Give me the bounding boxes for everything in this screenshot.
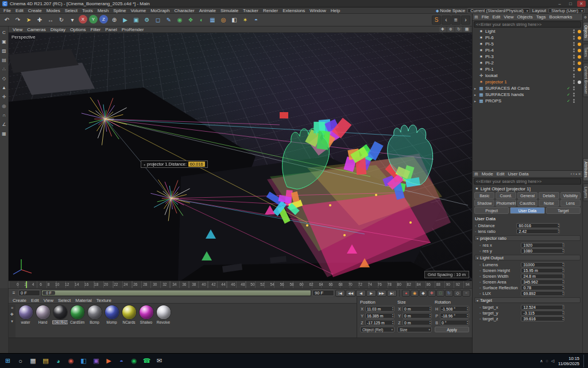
layout-dropdown[interactable]: Startup (User) [548,8,585,13]
prev-frame-button[interactable]: ◀ [356,290,366,297]
materials-add-icon[interactable]: ✚ [10,312,14,317]
field-input[interactable]: 69.892 [521,291,564,296]
object-name[interactable]: PI-3 [485,54,567,59]
field-handle-icon[interactable] [479,316,481,321]
apply-button[interactable]: Apply [435,327,469,332]
zoom-view-icon[interactable]: ⊕ [447,26,454,32]
visibility-toggles[interactable] [571,36,576,40]
coordinate-input[interactable]: 0 m [403,313,432,319]
tray-network-icon[interactable]: ◌ [546,359,548,363]
attribute-tab[interactable]: Project [474,207,509,214]
object-tag-icon[interactable] [578,30,581,33]
close-button[interactable]: ✕ [577,1,586,7]
current-frame-knob[interactable]: 0 F [42,291,55,295]
object-manager-menu-item[interactable]: Objects [516,14,535,20]
transform-mode-dropdown[interactable]: Object (Rel) [360,327,394,332]
material-preview-sphere[interactable] [71,305,84,319]
next-frame-button[interactable]: ▶▶ [377,290,386,297]
edge-icon[interactable]: ◕ [53,355,64,366]
menu-item[interactable]: Modes [44,8,63,13]
stepper-arrows[interactable] [562,316,563,321]
keyframe-selection-button[interactable]: ◆ [419,290,427,297]
group-header-projector-ratio[interactable]: projector ratio [474,235,581,241]
rotate-tool-icon[interactable]: ↻ [56,15,67,25]
field-handle-icon[interactable] [479,248,481,254]
field-handle-icon[interactable] [479,268,481,273]
material-menu-item[interactable]: View [41,297,56,304]
object-tag-icon[interactable] [578,68,581,71]
spotify-icon[interactable]: ◉ [129,355,140,366]
viewport-menu-item[interactable]: Cameras [25,26,48,33]
attribute-tab[interactable]: General [517,192,537,199]
object-tag-icon[interactable] [578,43,581,46]
x-axis-lock-icon[interactable]: X [79,15,87,24]
object-tag-icon[interactable] [578,93,581,97]
live-selection-icon[interactable]: ➤ [24,15,34,25]
material-swatch[interactable]: water [18,305,33,324]
renderer-dropdown[interactable]: Current (Standard/Physical) [467,8,530,13]
menu-item[interactable]: Extensions [280,8,307,13]
stepper-arrows[interactable] [392,320,393,325]
object-tag-icon[interactable] [578,36,581,40]
menu-item[interactable]: Spline [111,8,128,13]
object-tag-icon[interactable] [578,99,581,103]
stepper-arrows[interactable] [467,313,468,318]
material-menu-item[interactable]: Material [73,297,94,304]
field-handle-icon[interactable] [479,291,481,296]
play-button[interactable]: ▶ [366,290,376,297]
menu-item[interactable]: Animate [197,8,218,13]
creative-app-icon[interactable]: ▣ [91,355,102,366]
autokey-button[interactable]: ◉ [411,290,419,297]
node-space-icon[interactable]: Node Space [436,8,465,13]
taskbar-clock[interactable]: 10:15 11/09/2025 [558,356,579,366]
simulate-icon[interactable]: ◎ [218,15,229,25]
material-preview-sphere[interactable] [53,305,67,319]
panel-gear-icon[interactable]: ⚙ [584,15,587,19]
pan-view-icon[interactable]: ✚ [439,26,446,32]
object-name[interactable]: PI-5 [485,41,567,47]
rotate-view-icon[interactable]: ↻ [455,26,462,32]
forward-icon[interactable]: › [573,172,574,176]
expand-arrow-icon[interactable]: ▸ [474,99,478,103]
field-input[interactable]: 1920 [521,243,564,248]
viewport-canvas[interactable]: Perspective projector 1.Distance: 60.016… [9,33,472,281]
object-row[interactable]: ✶ PI-6 [473,34,582,41]
enable-axis-icon[interactable]: ✛ [1,93,7,100]
attribute-tab[interactable]: Shadow [474,200,494,206]
palette-left-icon[interactable]: ‹ [442,16,451,25]
material-swatch[interactable]: Momp [104,305,119,324]
move-tool-icon[interactable]: ✚ [34,15,45,25]
record-position-button[interactable]: ✚ [428,290,436,297]
object-tag-icon[interactable] [578,62,581,65]
object-name[interactable]: PI-4 [485,48,567,53]
side-tab-objects[interactable]: Objects [583,22,588,41]
texture-mode-icon[interactable]: ▨ [1,47,7,54]
stepper-arrows[interactable] [558,229,559,233]
coordinate-input[interactable]: 0 ° [440,320,469,325]
stepper-arrows[interactable] [430,306,431,311]
field-input[interactable]: 15.95 m [521,268,564,273]
viewport-menu-item[interactable]: Options [68,26,88,33]
model-mode-icon[interactable]: ▣ [1,38,7,45]
panel-icon[interactable]: ▤ [474,172,478,177]
render-view-icon[interactable]: ▶ [120,15,130,25]
object-name[interactable]: PI-6 [485,35,567,40]
stepper-arrows[interactable] [562,279,563,284]
tray-volume-icon[interactable]: ◁ [551,359,554,363]
menu-item[interactable]: Edit [13,8,26,13]
quantize-icon[interactable]: ∠ [1,121,7,128]
s-plugin-icon[interactable]: S [432,16,441,25]
viewport-menu-item[interactable]: ProRender [119,26,146,33]
visibility-toggles[interactable] [571,42,576,46]
environment-icon[interactable]: ◓ [251,15,261,25]
redo-icon[interactable]: ↷ [13,15,23,25]
stepper-arrows[interactable] [392,306,393,311]
field-input[interactable]: 12.524 [521,305,564,310]
start-frame-input[interactable]: 0 F [18,290,40,296]
tray-expand-icon[interactable]: ∧ [540,359,543,363]
coordinate-input[interactable]: -18.96 ° [440,313,469,319]
subdivision-surface-icon[interactable]: ◉ [175,15,185,25]
viewport-menu-item[interactable]: Display [48,26,68,33]
stepper-arrows[interactable] [562,274,563,278]
task-view-icon[interactable]: ▦ [28,355,38,366]
